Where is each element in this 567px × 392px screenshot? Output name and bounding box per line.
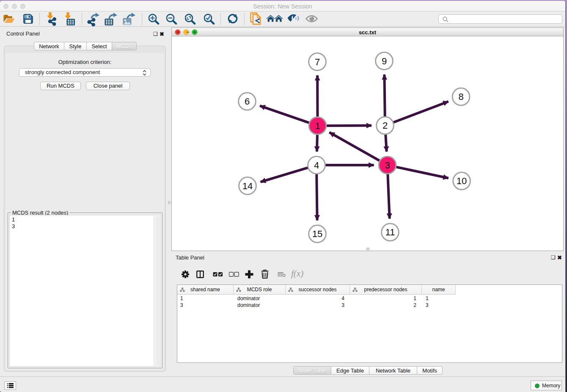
svg-text:1: 1 bbox=[315, 121, 320, 131]
svg-text:14: 14 bbox=[242, 181, 253, 191]
svg-text:8: 8 bbox=[458, 91, 463, 102]
svg-text:11: 11 bbox=[385, 227, 395, 237]
svg-text:6: 6 bbox=[245, 96, 250, 107]
svg-text:10: 10 bbox=[457, 176, 467, 186]
svg-text:2: 2 bbox=[383, 120, 388, 131]
svg-text:7: 7 bbox=[315, 57, 320, 67]
svg-text:3: 3 bbox=[385, 160, 390, 171]
svg-text:15: 15 bbox=[312, 229, 322, 239]
svg-text:4: 4 bbox=[314, 160, 319, 171]
svg-text:9: 9 bbox=[382, 56, 387, 66]
